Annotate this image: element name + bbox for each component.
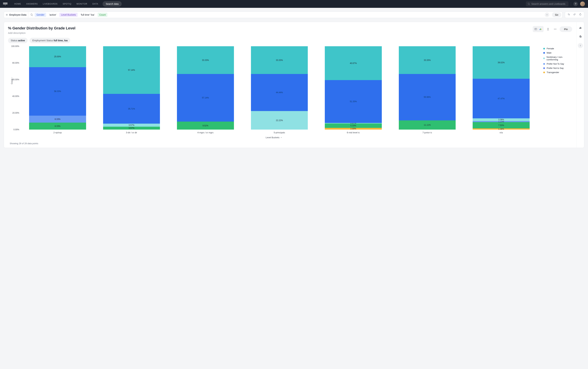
- bar-column[interactable]: 22.22%44.44%33.33%: [251, 46, 308, 130]
- legend-item[interactable]: Transgender: [543, 71, 572, 74]
- bar-segment[interactable]: 40.67%: [325, 46, 382, 80]
- chart-config-button[interactable]: [578, 25, 583, 31]
- help-button[interactable]: ?: [573, 2, 578, 6]
- panel-description[interactable]: Add description: [8, 31, 75, 34]
- bar-segment[interactable]: 33.33%: [177, 46, 234, 74]
- reset-button[interactable]: [579, 13, 582, 17]
- bar-segment[interactable]: 0.67%: [325, 123, 382, 123]
- legend-item[interactable]: Prefer Not to Say: [543, 67, 572, 69]
- filter-status[interactable]: Status active: [8, 38, 28, 43]
- bar-segment[interactable]: 51.33%: [325, 80, 382, 123]
- bar-segment[interactable]: 44.44%: [251, 74, 308, 111]
- pin-button[interactable]: Pin: [560, 26, 572, 32]
- bar-column[interactable]: 11.11%55.56%33.33%: [399, 46, 456, 130]
- bar-segment[interactable]: 47.47%: [473, 79, 530, 118]
- settings-button[interactable]: [578, 34, 583, 39]
- redo-button[interactable]: [573, 13, 576, 17]
- bar-segment[interactable]: 2.00%: [325, 128, 382, 130]
- legend-item[interactable]: Prefer Not To Say: [543, 62, 572, 65]
- legend-item[interactable]: Nonbinary / non-comforming: [543, 56, 572, 61]
- search-row: Employee Data Gender 'active' Level Buck…: [4, 11, 584, 18]
- panel-sidebar: [576, 22, 584, 148]
- nav-answers[interactable]: ANSWERS: [26, 3, 38, 5]
- token-count[interactable]: Count: [98, 13, 107, 17]
- token-level-buckets[interactable]: Level Buckets: [59, 13, 78, 17]
- nav-spotiq[interactable]: SPOTIQ: [63, 3, 71, 5]
- legend-swatch: [543, 48, 545, 50]
- global-search-input[interactable]: Search answers and Liveboards: [526, 1, 568, 6]
- filter-employment-status[interactable]: Employment Status full time, loa: [30, 38, 70, 43]
- bar-segment-label: 22.22%: [276, 119, 283, 122]
- more-button[interactable]: [552, 26, 558, 32]
- bar-column[interactable]: 8.33%8.33%58.33%25.00%: [29, 46, 86, 130]
- bar-chart-icon: [579, 27, 582, 29]
- bar-segment[interactable]: 35.71%: [103, 94, 160, 124]
- bar-segment[interactable]: 8.33%: [29, 116, 86, 123]
- bar-segment[interactable]: 3.57%: [103, 127, 160, 130]
- nav-home[interactable]: HOME: [14, 3, 21, 5]
- bar-segment[interactable]: 22.22%: [251, 111, 308, 130]
- legend-item[interactable]: Male: [543, 51, 572, 54]
- token-fulltime-loa[interactable]: 'full time' 'loa': [79, 13, 96, 17]
- bar-segment[interactable]: 11.11%: [399, 120, 456, 130]
- bar-segment[interactable]: 58.33%: [29, 67, 86, 116]
- x-axis-label[interactable]: Level Buckets: [8, 136, 540, 139]
- nav-monitor[interactable]: MONITOR: [77, 3, 87, 5]
- bar-column[interactable]: 9.52%57.14%33.33%: [177, 46, 234, 130]
- legend-swatch: [543, 52, 545, 54]
- bar-segment-label: 9.52%: [202, 124, 208, 127]
- bar-segment-label: 33.33%: [276, 59, 283, 62]
- bar-segment[interactable]: 57.14%: [103, 46, 160, 94]
- bar-column[interactable]: 1.38%7.53%1.23%3.38%47.47%39.02%: [473, 46, 530, 130]
- bar-column[interactable]: 2.00%5.33%0.67%51.33%40.67%: [325, 46, 382, 130]
- clear-search-button[interactable]: [545, 13, 549, 17]
- bar-segment[interactable]: 1.38%: [473, 128, 530, 130]
- answer-panel: % Gender Distribution by Grade Level Add…: [4, 22, 584, 148]
- y-axis-ticks: 0.00%20.00%40.00%60.00%80.00%100.00%: [9, 46, 19, 130]
- bar-segment[interactable]: 7.53%: [473, 122, 530, 128]
- search-data-button[interactable]: Search data: [103, 1, 122, 7]
- chevron-down-icon: [280, 137, 282, 138]
- search-icon: [30, 13, 33, 16]
- legend-swatch: [543, 67, 545, 69]
- nav-liveboards[interactable]: LIVEBOARDS: [43, 3, 58, 5]
- bar-segment-label: 55.56%: [424, 96, 431, 98]
- x-tick: 3-dir / sr dir: [103, 131, 160, 134]
- nav-data[interactable]: DATA: [92, 3, 98, 5]
- token-active[interactable]: 'active': [47, 13, 58, 17]
- bar-segment[interactable]: 33.33%: [251, 46, 308, 74]
- table-view-button[interactable]: [533, 27, 538, 31]
- bar-segment[interactable]: 3.38%: [473, 118, 530, 121]
- undo-button[interactable]: [567, 13, 570, 17]
- export-button[interactable]: [545, 26, 551, 32]
- bar-segment-label: 11.11%: [424, 124, 431, 126]
- history-box: [565, 11, 584, 18]
- bar-segment[interactable]: 1.23%: [473, 121, 530, 122]
- logo-icon[interactable]: [3, 2, 8, 6]
- go-button[interactable]: Go: [552, 12, 561, 17]
- bar-segment[interactable]: 57.14%: [177, 74, 234, 122]
- bar-segment[interactable]: 3.57%: [103, 124, 160, 126]
- search-box[interactable]: Employee Data Gender 'active' Level Buck…: [4, 11, 562, 18]
- bar-segment[interactable]: 9.52%: [177, 122, 234, 130]
- avatar[interactable]: [580, 1, 585, 6]
- bar-column[interactable]: 3.57%3.57%35.71%57.14%: [103, 46, 160, 130]
- panel-title[interactable]: % Gender Distribution by Grade Level: [8, 26, 75, 31]
- svg-rect-2: [540, 28, 541, 30]
- bar-segment[interactable]: 33.33%: [399, 46, 456, 74]
- bar-segment[interactable]: 55.56%: [399, 74, 456, 120]
- datasource-pill[interactable]: Employee Data: [6, 12, 28, 18]
- token-gender[interactable]: Gender: [35, 13, 46, 17]
- info-button[interactable]: [578, 43, 583, 48]
- bar-segment[interactable]: 25.00%: [29, 46, 86, 67]
- legend-swatch: [543, 58, 545, 59]
- legend-item[interactable]: Female: [543, 47, 572, 50]
- bar-segment-label: 8.33%: [55, 125, 60, 127]
- svg-rect-9: [581, 27, 581, 29]
- chart-view-button[interactable]: [538, 27, 543, 31]
- bar-segment[interactable]: 8.33%: [29, 123, 86, 130]
- bar-segment[interactable]: 39.02%: [473, 46, 530, 79]
- gear-icon: [579, 35, 582, 38]
- bar-segment-label: 3.38%: [498, 119, 504, 121]
- datasource-label: Employee Data: [9, 13, 26, 16]
